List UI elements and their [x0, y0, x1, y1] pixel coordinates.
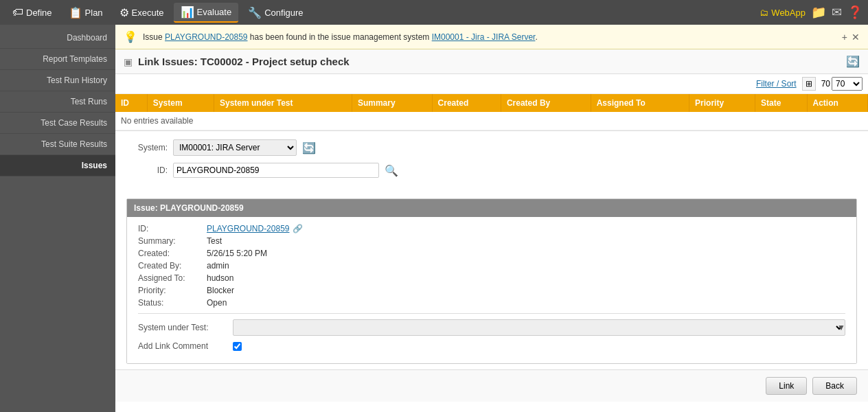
back-button[interactable]: Back — [812, 377, 857, 395]
info-icon: 💡 — [124, 30, 137, 43]
webapp-button[interactable]: 🗂 WebApp — [760, 8, 806, 18]
col-assigned-to: Assigned To — [591, 94, 689, 112]
id-label: ID: — [126, 165, 168, 175]
mail-icon[interactable]: ✉ — [832, 5, 842, 20]
issue-summary-label: Summary: — [138, 236, 207, 246]
top-navigation: 🏷 Define 📋 Plan ⚙ Execute 📊 Evaluate 🔧 C… — [0, 0, 868, 25]
issue-priority-label: Priority: — [138, 286, 207, 295]
table-toolbar: Filter / Sort ⊞ 70 70 25 50 100 — [115, 74, 868, 94]
page-title: Link Issues: TC00002 - Project setup che… — [138, 56, 841, 67]
system-label: System: — [126, 143, 168, 152]
sut-dropdown[interactable] — [233, 319, 845, 336]
add-link-comment-row: Add Link Comment — [138, 341, 845, 351]
issue-box-body: ID: PLAYGROUND-20859 🔗 Summary: Test Cre… — [127, 217, 856, 363]
page-icon: ▣ — [124, 56, 133, 67]
sidebar-item-issues[interactable]: Issues — [0, 155, 115, 176]
issue-assigned-to-row: Assigned To: hudson — [138, 273, 845, 283]
issue-detail-box: Issue: PLAYGROUND-20859 ID: PLAYGROUND-2… — [126, 198, 857, 364]
sidebar-item-test-suite-results[interactable]: Test Suite Results — [0, 134, 115, 155]
table-header-row: ID System System under Test Summary Crea… — [115, 94, 868, 112]
export-icon: ⊞ — [806, 79, 812, 89]
issue-created-label: Created: — [138, 249, 207, 258]
add-link-comment-label: Add Link Comment — [138, 341, 227, 351]
notification-issue-link[interactable]: PLAYGROUND-20859 — [165, 32, 248, 42]
sidebar-item-test-run-history[interactable]: Test Run History — [0, 70, 115, 91]
sut-label: System under Test: — [138, 323, 227, 332]
page-size-selector: 70 70 25 50 100 — [821, 77, 863, 91]
table-empty-row: No entries available — [115, 112, 868, 130]
col-id: ID — [115, 94, 147, 112]
folder-icon[interactable]: 📁 — [811, 5, 826, 20]
col-priority: Priority — [689, 94, 755, 112]
nav-define[interactable]: 🏷 Define — [5, 3, 59, 21]
define-icon: 🏷 — [12, 6, 23, 19]
nav-configure[interactable]: 🔧 Configure — [241, 3, 310, 22]
issues-table: ID System System under Test Summary Crea… — [115, 94, 868, 130]
id-input[interactable] — [173, 163, 379, 178]
nav-evaluate[interactable]: 📊 Evaluate — [174, 3, 239, 23]
link-button[interactable]: Link — [766, 377, 807, 395]
webapp-icon: 🗂 — [760, 8, 768, 18]
issue-id-row: ID: PLAYGROUND-20859 🔗 — [138, 224, 845, 233]
notification-banner: 💡 Issue PLAYGROUND-20859 has been found … — [115, 25, 868, 49]
col-state: State — [755, 94, 807, 112]
issue-box-header: Issue: PLAYGROUND-20859 — [127, 199, 856, 217]
footer-buttons: Link Back — [115, 369, 868, 402]
plan-icon: 📋 — [69, 6, 82, 19]
nav-plan[interactable]: 📋 Plan — [62, 3, 110, 22]
system-row: System: IM00001: JIRA Server 🔄 — [126, 139, 857, 156]
execute-icon: ⚙ — [119, 6, 129, 19]
issue-priority-value: Blocker — [207, 286, 234, 295]
issue-id-link[interactable]: PLAYGROUND-20859 — [207, 224, 290, 233]
issue-id-value: PLAYGROUND-20859 🔗 — [207, 224, 303, 233]
filter-sort-link[interactable]: Filter / Sort — [756, 79, 797, 89]
sidebar-item-test-runs[interactable]: Test Runs — [0, 91, 115, 113]
refresh-button[interactable]: 🔄 — [846, 55, 860, 68]
sidebar-item-test-case-results[interactable]: Test Case Results — [0, 113, 115, 134]
issue-summary-row: Summary: Test — [138, 236, 845, 246]
content-area: 💡 Issue PLAYGROUND-20859 has been found … — [115, 25, 868, 412]
page-header: ▣ Link Issues: TC00002 - Project setup c… — [115, 49, 868, 74]
issue-created-value: 5/26/15 5:20 PM — [207, 249, 267, 258]
sidebar: Dashboard Report Templates Test Run Hist… — [0, 25, 115, 412]
nav-execute[interactable]: ⚙ Execute — [113, 3, 171, 22]
issue-created-by-row: Created By: admin — [138, 261, 845, 271]
issue-priority-row: Priority: Blocker — [138, 286, 845, 295]
issue-summary-value: Test — [207, 236, 222, 246]
sidebar-item-dashboard[interactable]: Dashboard — [0, 27, 115, 49]
issue-id-label: ID: — [138, 224, 207, 233]
issue-id-icon[interactable]: 🔗 — [293, 224, 303, 233]
issue-assigned-to-value: hudson — [207, 273, 233, 283]
issue-created-by-value: admin — [207, 261, 229, 271]
col-created: Created — [432, 94, 501, 112]
col-action: Action — [807, 94, 868, 112]
issue-created-by-label: Created By: — [138, 261, 207, 271]
sidebar-item-report-templates[interactable]: Report Templates — [0, 49, 115, 70]
system-dropdown[interactable]: IM00001: JIRA Server — [173, 139, 297, 156]
id-row: ID: 🔍 — [126, 163, 857, 178]
system-refresh-icon[interactable]: 🔄 — [302, 141, 316, 154]
notification-system-link[interactable]: IM00001 - Jira - JIRA Server — [432, 32, 536, 42]
sut-row: System under Test: ▼ — [138, 319, 845, 336]
page-size-dropdown[interactable]: 70 25 50 100 — [832, 77, 863, 91]
configure-icon: 🔧 — [248, 6, 262, 19]
help-icon[interactable]: ❓ — [847, 5, 863, 20]
export-button[interactable]: ⊞ — [802, 77, 816, 91]
id-search-icon[interactable]: 🔍 — [385, 164, 398, 177]
main-layout: Dashboard Report Templates Test Run Hist… — [0, 25, 868, 412]
col-system-under-test: System under Test — [214, 94, 352, 112]
form-section: System: IM00001: JIRA Server 🔄 ID: 🔍 — [115, 130, 868, 193]
add-link-comment-checkbox[interactable] — [233, 342, 242, 351]
col-system: System — [147, 94, 214, 112]
notification-add-button[interactable]: + — [842, 32, 847, 43]
evaluate-icon: 📊 — [181, 5, 194, 19]
issue-status-label: Status: — [138, 298, 207, 308]
notification-text: Issue PLAYGROUND-20859 has been found in… — [143, 32, 836, 42]
issue-status-value: Open — [207, 298, 227, 308]
col-created-by: Created By — [501, 94, 591, 112]
empty-message: No entries available — [115, 112, 868, 130]
issue-assigned-to-label: Assigned To: — [138, 273, 207, 283]
page-size-value: 70 — [821, 79, 830, 89]
issue-status-row: Status: Open — [138, 298, 845, 308]
notification-close-button[interactable]: ✕ — [852, 32, 860, 43]
